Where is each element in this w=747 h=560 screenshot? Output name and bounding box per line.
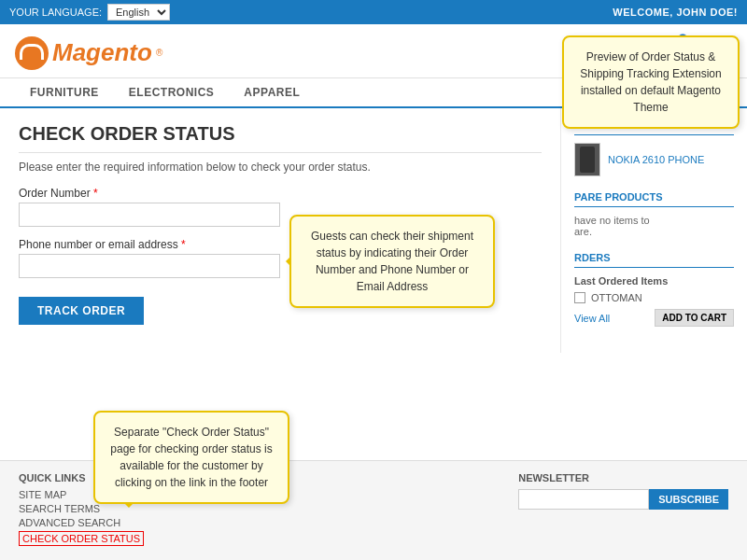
page-subtitle: Please enter the required information be… xyxy=(19,161,542,174)
view-all-link[interactable]: View All xyxy=(574,313,610,324)
logo-text: Magento xyxy=(52,38,152,67)
compare-text2: are. xyxy=(574,226,734,237)
order-item-row: OTTOMAN xyxy=(574,292,734,303)
nav-item-apparel[interactable]: APPAREL xyxy=(229,78,315,106)
product-image xyxy=(574,143,600,176)
product-item: NOKIA 2610 PHONE xyxy=(574,143,734,176)
last-ordered-label: Last Ordered Items xyxy=(574,275,734,287)
tooltip-preview-text: Preview of Order Status & Shipping Track… xyxy=(580,50,721,114)
phone-email-input[interactable] xyxy=(19,254,280,278)
tooltip-guests-text: Guests can check their shipment status b… xyxy=(311,230,473,293)
tooltip-footer-text: Separate "Check Order Status" page for c… xyxy=(110,426,272,489)
tooltip-footer: Separate "Check Order Status" page for c… xyxy=(93,411,289,504)
track-order-button[interactable]: TRACK ORDER xyxy=(19,297,144,325)
newsletter-col: NEWSLETTER SUBSCRIBE xyxy=(518,472,728,549)
welcome-message: WELCOME, JOHN DOE! xyxy=(613,7,738,18)
product-name[interactable]: NOKIA 2610 PHONE xyxy=(608,153,704,166)
subscribe-button[interactable]: SUBSCRIBE xyxy=(649,489,728,510)
compare-section: PARE PRODUCTS have no items to are. xyxy=(574,191,734,237)
newsletter-title: NEWSLETTER xyxy=(518,472,728,483)
footer-link-advanced-search[interactable]: ADVANCED SEARCH xyxy=(19,517,144,528)
language-section: YOUR LANGUAGE: English xyxy=(9,4,170,21)
order-item-name: OTTOMAN xyxy=(591,292,642,303)
language-label: YOUR LANGUAGE: xyxy=(9,7,102,18)
magento-logo-icon xyxy=(15,36,49,70)
compare-title: PARE PRODUCTS xyxy=(574,191,734,207)
orders-title: RDERS xyxy=(574,252,734,268)
view-all-row: View All ADD TO CART xyxy=(574,309,734,327)
logo-area: Magento® xyxy=(15,36,162,70)
logo-reg: ® xyxy=(156,48,162,58)
order-item-checkbox[interactable] xyxy=(574,292,585,303)
sidebar: RECENTLY VIEWED PRODUCTS NOKIA 2610 PHON… xyxy=(560,108,747,353)
nav-item-electronics[interactable]: ELECTRONICS xyxy=(114,78,230,106)
tooltip-preview: Preview of Order Status & Shipping Track… xyxy=(562,35,740,129)
top-bar: YOUR LANGUAGE: English WELCOME, JOHN DOE… xyxy=(0,0,747,24)
newsletter-input[interactable] xyxy=(518,489,649,510)
page-title: CHECK ORDER STATUS xyxy=(19,123,542,153)
tooltip-guests: Guests can check their shipment status b… xyxy=(289,215,495,308)
nav-item-furniture[interactable]: FURNITURE xyxy=(15,78,114,106)
add-to-cart-button[interactable]: ADD TO CART xyxy=(655,309,734,327)
product-image-inner xyxy=(580,147,595,173)
orders-section: RDERS Last Ordered Items OTTOMAN View Al… xyxy=(574,252,734,327)
order-number-input[interactable] xyxy=(19,203,280,227)
order-number-label: Order Number * xyxy=(19,187,542,200)
compare-text: have no items to xyxy=(574,215,734,226)
footer-link-check-order[interactable]: CHECK ORDER STATUS xyxy=(19,531,144,546)
newsletter-row: SUBSCRIBE xyxy=(518,489,728,510)
language-select[interactable]: English xyxy=(107,4,170,21)
